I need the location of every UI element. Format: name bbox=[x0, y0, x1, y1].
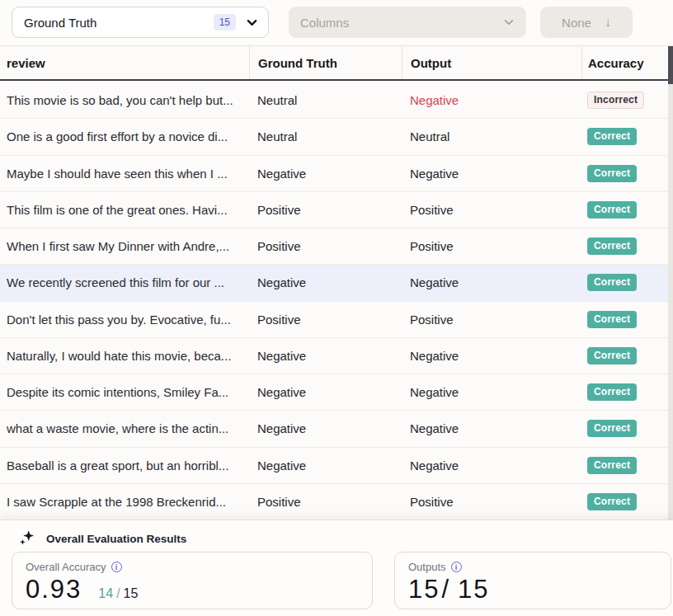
review-cell-text: Maybe I should have seen this when I ... bbox=[7, 167, 228, 181]
column-header-review: review bbox=[0, 46, 249, 79]
output-cell-text: Neutral bbox=[410, 129, 449, 143]
accuracy-cell: Correct bbox=[581, 274, 673, 291]
column-header-output: Output bbox=[402, 46, 581, 79]
info-icon[interactable]: i bbox=[111, 562, 122, 572]
output-cell-text: Positive bbox=[410, 495, 454, 509]
info-icon[interactable]: i bbox=[451, 562, 462, 572]
accuracy-cell: Correct bbox=[581, 383, 673, 401]
output-cell: Negative bbox=[402, 458, 581, 473]
accuracy-badge: Correct bbox=[587, 128, 637, 145]
table-body: This movie is so bad, you can't help but… bbox=[0, 82, 673, 520]
table-header: review Ground Truth Output Accuracy bbox=[0, 46, 673, 81]
output-cell-text: Negative bbox=[410, 275, 459, 289]
ground-truth-cell: Positive bbox=[249, 239, 402, 253]
table-row[interactable]: what a waste movie, where is the actin..… bbox=[0, 411, 673, 447]
accuracy-cell: Correct bbox=[581, 237, 673, 255]
accuracy-badge: Correct bbox=[587, 165, 637, 182]
toolbar: Ground Truth 15 Columns None ↓ bbox=[0, 0, 673, 46]
output-cell-text: Positive bbox=[410, 239, 454, 253]
ground-truth-cell-text: Positive bbox=[257, 495, 301, 509]
output-cell-text: Negative bbox=[410, 349, 459, 363]
accuracy-badge: Correct bbox=[587, 493, 637, 510]
review-cell-text: This movie is so bad, you can't help but… bbox=[7, 93, 233, 107]
table-row[interactable]: Baseball is a great sport, but an horrib… bbox=[0, 448, 673, 484]
ground-truth-cell-text: Negative bbox=[257, 385, 306, 399]
ground-truth-cell-text: Negative bbox=[257, 167, 306, 181]
accuracy-badge: Correct bbox=[587, 237, 637, 255]
outputs-card: Outputs i 15/15 bbox=[394, 552, 671, 609]
review-cell-text: Baseball is a great sport, but an horrib… bbox=[7, 458, 228, 473]
accuracy-cell: Correct bbox=[581, 420, 673, 437]
output-cell: Negative bbox=[402, 275, 581, 289]
table-row[interactable]: I saw Scrapple at the 1998 Breckenrid...… bbox=[0, 484, 673, 520]
ground-truth-cell-text: Negative bbox=[257, 458, 306, 473]
ground-truth-cell: Neutral bbox=[249, 93, 402, 107]
sort-button-label: None bbox=[562, 16, 591, 30]
ground-truth-select[interactable]: Ground Truth 15 bbox=[12, 7, 269, 38]
outputs-label: Outputs bbox=[408, 561, 446, 573]
ground-truth-cell-text: Negative bbox=[257, 421, 306, 435]
table-row[interactable]: We recently screened this film for our .… bbox=[0, 265, 673, 301]
sort-button[interactable]: None ↓ bbox=[540, 7, 633, 38]
review-cell: We recently screened this film for our .… bbox=[0, 275, 249, 289]
accuracy-fraction-denominator: 15 bbox=[124, 586, 139, 600]
accuracy-cell: Correct bbox=[581, 128, 673, 145]
column-header-accuracy: Accuracy bbox=[581, 46, 673, 79]
table-row[interactable]: Naturally, I would hate this movie, beca… bbox=[0, 338, 673, 374]
columns-select-placeholder: Columns bbox=[300, 16, 349, 30]
table-row[interactable]: This film is one of the great ones. Havi… bbox=[0, 192, 673, 228]
row-count-badge: 15 bbox=[214, 14, 236, 31]
ground-truth-cell: Negative bbox=[249, 167, 402, 181]
review-cell: One is a good first effort by a novice d… bbox=[0, 129, 249, 143]
accuracy-fraction: 14/15 bbox=[98, 586, 138, 601]
column-header-ground-truth: Ground Truth bbox=[249, 46, 402, 79]
overall-accuracy-card: Overall Accuracy i 0.93 14/15 bbox=[12, 552, 373, 609]
review-cell: This movie is so bad, you can't help but… bbox=[0, 93, 249, 107]
arrow-down-icon: ↓ bbox=[605, 15, 611, 30]
scrollbar[interactable] bbox=[668, 46, 673, 520]
review-cell-text: Naturally, I would hate this movie, beca… bbox=[7, 349, 231, 363]
review-cell-text: This film is one of the great ones. Havi… bbox=[7, 203, 228, 217]
ground-truth-cell: Negative bbox=[249, 275, 402, 289]
review-cell: When I first saw My Dinner with Andre,..… bbox=[0, 239, 249, 253]
output-cell-text: Positive bbox=[410, 313, 454, 327]
table-row[interactable]: One is a good first effort by a novice d… bbox=[0, 119, 673, 155]
outputs-numerator: 15 bbox=[408, 575, 440, 604]
accuracy-badge: Correct bbox=[587, 311, 637, 328]
table-row[interactable]: When I first saw My Dinner with Andre,..… bbox=[0, 228, 673, 265]
sparkles-icon bbox=[18, 529, 35, 549]
output-cell: Negative bbox=[402, 93, 581, 107]
accuracy-cell: Correct bbox=[581, 311, 673, 328]
accuracy-cell: Correct bbox=[581, 165, 673, 182]
accuracy-badge: Correct bbox=[587, 420, 637, 437]
accuracy-cell: Correct bbox=[581, 493, 673, 510]
accuracy-badge: Correct bbox=[587, 457, 637, 474]
ground-truth-cell: Negative bbox=[249, 421, 402, 435]
accuracy-fraction-slash: / bbox=[116, 586, 120, 600]
table-row[interactable]: Despite its comic intentions, Smiley Fa.… bbox=[0, 374, 673, 411]
columns-select[interactable]: Columns bbox=[289, 7, 526, 38]
output-cell: Negative bbox=[402, 421, 581, 435]
ground-truth-cell: Negative bbox=[249, 349, 402, 363]
table-row[interactable]: Maybe I should have seen this when I ...… bbox=[0, 156, 673, 192]
results-title: Overall Evaluation Results bbox=[46, 533, 186, 545]
accuracy-cell: Correct bbox=[581, 347, 673, 364]
review-cell: Maybe I should have seen this when I ... bbox=[0, 167, 249, 181]
ground-truth-cell: Neutral bbox=[249, 129, 402, 143]
output-cell: Positive bbox=[402, 239, 581, 253]
ground-truth-cell-text: Positive bbox=[257, 239, 301, 253]
accuracy-badge: Correct bbox=[587, 274, 637, 291]
review-cell-text: When I first saw My Dinner with Andre,..… bbox=[7, 239, 229, 253]
review-cell: what a waste movie, where is the actin..… bbox=[0, 421, 249, 435]
accuracy-cell: Incorrect bbox=[581, 92, 673, 109]
output-cell: Positive bbox=[402, 495, 581, 509]
output-cell: Positive bbox=[402, 203, 581, 217]
ground-truth-cell: Positive bbox=[249, 495, 402, 509]
review-cell: Naturally, I would hate this movie, beca… bbox=[0, 349, 249, 363]
table-row[interactable]: Don't let this pass you by. Evocative, f… bbox=[0, 302, 673, 338]
table-row[interactable]: This movie is so bad, you can't help but… bbox=[0, 82, 673, 119]
overall-accuracy-value: 0.93 bbox=[26, 575, 82, 604]
scrollbar-thumb[interactable] bbox=[668, 46, 673, 84]
review-cell-text: what a waste movie, where is the actin..… bbox=[7, 421, 228, 435]
ground-truth-cell: Positive bbox=[249, 313, 402, 327]
